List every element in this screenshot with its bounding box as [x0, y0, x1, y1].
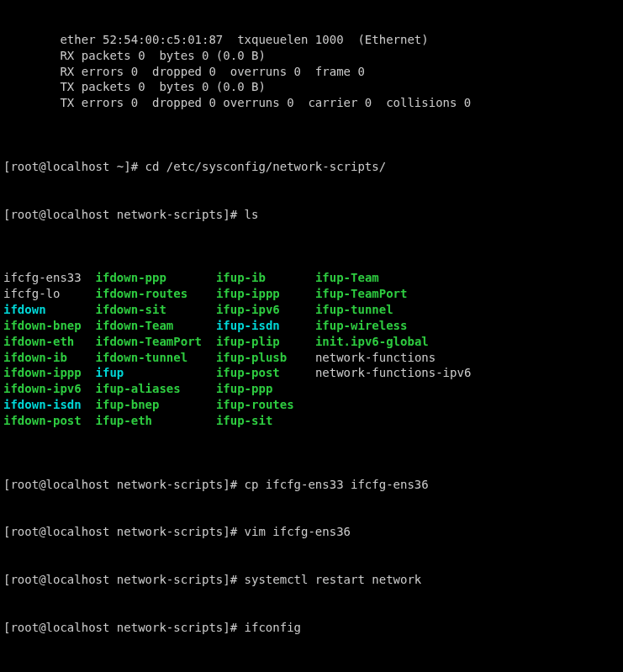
ls-entry: network-functions-ipv6 [315, 366, 471, 379]
ls-entry: ifup-eth [96, 414, 216, 427]
ls-entry: ifup-TeamPort [315, 287, 408, 300]
terminal-line: RX packets 0 bytes 0 (0.0 B) [3, 48, 620, 64]
ls-entry: ifup-aliases [96, 382, 216, 395]
prompt-cd: [root@localhost ~]# cd /etc/sysconfig/ne… [3, 159, 620, 175]
ls-entry: ifdown-ippp [3, 366, 96, 379]
ls-row: ifdown-post ifup-eth ifup-sit [3, 413, 620, 429]
ls-entry: ifup-post [216, 366, 315, 379]
ls-entry: ifdown-bnep [3, 319, 96, 332]
ls-entry: ifdown-routes [96, 287, 216, 300]
prompt-ls: [root@localhost network-scripts]# ls [3, 207, 620, 223]
ls-entry: ifup-ppp [216, 382, 315, 395]
ls-entry: ifup-ipv6 [216, 303, 315, 316]
prompt-ifconfig: [root@localhost network-scripts]# ifconf… [3, 620, 620, 636]
prompt-cp: [root@localhost network-scripts]# cp ifc… [3, 477, 620, 493]
ls-entry: ifup-ippp [216, 287, 315, 300]
terminal-output[interactable]: ether 52:54:00:c5:01:87 txqueuelen 1000 … [0, 0, 623, 672]
ls-entry: ifdown-Team [96, 319, 216, 332]
previous-ifconfig-block: ether 52:54:00:c5:01:87 txqueuelen 1000 … [3, 32, 620, 111]
ls-row: ifdown-isdn ifup-bnep ifup-routes [3, 397, 620, 413]
terminal-line: RX errors 0 dropped 0 overruns 0 frame 0 [3, 64, 620, 80]
ls-entry: ifdown-sit [96, 303, 216, 316]
ls-entry: ifup-isdn [216, 319, 315, 332]
ls-entry: ifdown [3, 303, 96, 316]
ls-entry: ifdown-ipv6 [3, 382, 96, 395]
ls-entry: ifup-ib [216, 271, 315, 284]
ls-entry: init.ipv6-global [315, 335, 429, 348]
ls-row: ifdown ifdown-sit ifup-ipv6 ifup-tunnel [3, 302, 620, 318]
ls-entry: ifup [96, 366, 216, 379]
ls-entry: ifdown-ppp [96, 271, 216, 284]
ls-entry: ifdown-post [3, 414, 96, 427]
ls-row: ifdown-ippp ifup ifup-post network-funct… [3, 365, 620, 381]
ls-row: ifcfg-lo ifdown-routes ifup-ippp ifup-Te… [3, 286, 620, 302]
ls-entry: ifup-tunnel [315, 303, 393, 316]
ls-row: ifdown-ib ifdown-tunnel ifup-plusb netwo… [3, 350, 620, 366]
ls-entry: ifup-Team [315, 271, 379, 284]
prompt-vim: [root@localhost network-scripts]# vim if… [3, 524, 620, 540]
ls-entry: ifup-plusb [216, 351, 315, 364]
ls-row: ifdown-bnep ifdown-Team ifup-isdn ifup-w… [3, 318, 620, 334]
ls-row: ifdown-ipv6 ifup-aliases ifup-ppp [3, 381, 620, 397]
ls-entry: ifdown-ib [3, 351, 96, 364]
ls-row: ifcfg-ens33 ifdown-ppp ifup-ib ifup-Team [3, 270, 620, 286]
ls-entry: ifdown-tunnel [96, 351, 216, 364]
ls-entry: ifup-bnep [96, 398, 216, 411]
ls-entry: ifup-sit [216, 414, 315, 427]
ls-entry: network-functions [315, 351, 436, 364]
terminal-line: ether 52:54:00:c5:01:87 txqueuelen 1000 … [3, 32, 620, 48]
ls-entry: ifup-wireless [315, 319, 408, 332]
ls-entry: ifdown-eth [3, 335, 96, 348]
terminal-line: TX errors 0 dropped 0 overruns 0 carrier… [3, 95, 620, 111]
ls-entry: ifdown-TeamPort [96, 335, 216, 348]
ls-entry: ifdown-isdn [3, 398, 96, 411]
terminal-line: TX packets 0 bytes 0 (0.0 B) [3, 79, 620, 95]
ls-row: ifdown-eth ifdown-TeamPort ifup-plip ini… [3, 334, 620, 350]
ls-entry: ifcfg-ens33 [3, 271, 96, 284]
prompt-restart: [root@localhost network-scripts]# system… [3, 572, 620, 588]
ls-entry: ifup-plip [216, 335, 315, 348]
ls-entry: ifup-routes [216, 398, 315, 411]
ls-listing: ifcfg-ens33 ifdown-ppp ifup-ib ifup-Team… [3, 270, 620, 429]
ls-entry: ifcfg-lo [3, 287, 96, 300]
